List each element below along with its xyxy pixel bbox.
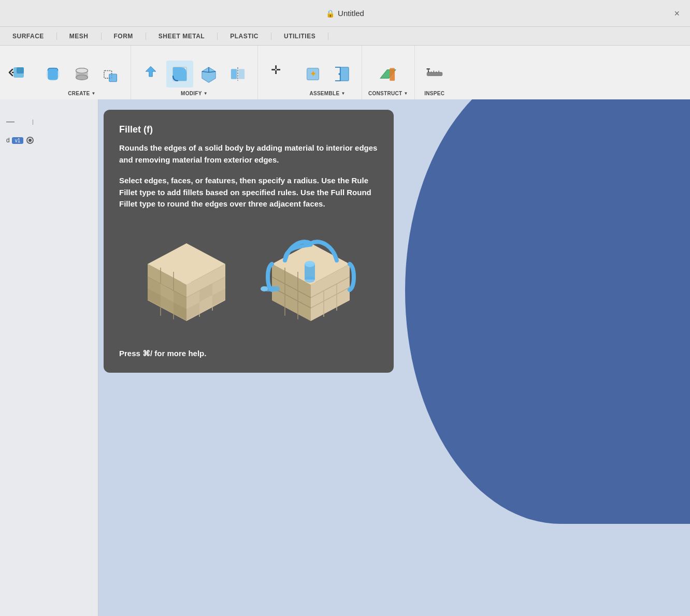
fillet-tooltip: Fillet (f) Rounds the edges of a solid b… [104, 110, 394, 373]
inspect-measure-button[interactable] [421, 61, 448, 87]
modify-icons [137, 61, 251, 87]
svg-rect-8 [109, 74, 117, 82]
svg-rect-11 [231, 69, 237, 79]
svg-point-6 [76, 68, 88, 74]
tooltip-title: Fillet (f) [119, 124, 378, 135]
create-icons [39, 61, 124, 87]
window-title: Untitled [338, 9, 364, 18]
inspect-group: INSPEC [415, 46, 454, 99]
title-bar: 🔒 Untitled × [0, 0, 690, 27]
viewport[interactable]: — | d v1 Fillet (f) Rounds the edges of … [0, 99, 690, 616]
nav-tabs-row: SURFACE MESH FORM SHEET METAL PLASTIC UT… [0, 27, 690, 46]
svg-text:✦: ✦ [310, 69, 317, 78]
version-badge: v1 [12, 137, 24, 144]
version-item[interactable]: d v1 [0, 135, 98, 146]
tab-plastic[interactable]: PLASTIC [218, 33, 271, 40]
viewport-bg-shape [405, 99, 690, 524]
svg-rect-20 [427, 72, 442, 76]
modify-shell-button[interactable] [195, 61, 222, 87]
construct-group: CONSTRUCT ▼ [362, 46, 415, 99]
tooltip-footer: Press ⌘/ for more help. [119, 349, 378, 358]
assemble-icons: ✦ [299, 61, 355, 87]
tab-surface[interactable]: SURFACE [0, 33, 57, 40]
lock-icon: 🔒 [326, 9, 335, 18]
svg-rect-1 [17, 67, 24, 74]
tooltip-description: Rounds the edges of a solid body by addi… [119, 142, 378, 166]
assemble-new-component-button[interactable]: ✦ [299, 61, 326, 87]
modify-fillet-button[interactable] [166, 61, 193, 87]
tooltip-image-before [130, 223, 243, 336]
inspect-label[interactable]: INSPEC [424, 91, 444, 96]
create-label[interactable]: CREATE ▼ [68, 91, 95, 96]
radio-button[interactable] [26, 137, 34, 144]
construct-label[interactable]: CONSTRUCT ▼ [368, 91, 408, 96]
inspect-icons [421, 61, 448, 87]
create-box-button[interactable] [39, 61, 66, 87]
left-panel-item: — | [0, 115, 98, 128]
tooltip-detail: Select edges, faces, or features, then s… [119, 175, 378, 210]
create-group: CREATE ▼ [33, 46, 131, 99]
tab-mesh[interactable]: MESH [57, 33, 102, 40]
tab-utilities[interactable]: UTILITIES [271, 33, 328, 40]
tooltip-images [119, 223, 378, 336]
svg-rect-17 [340, 67, 349, 81]
assemble-group: ✦ ASSEMBLE ▼ [293, 46, 362, 99]
move-button[interactable]: ✛ [262, 57, 289, 84]
svg-text:✛: ✛ [271, 63, 281, 77]
toolbar: SURFACE MESH FORM SHEET METAL PLASTIC UT… [0, 27, 690, 99]
nav-back-button[interactable] [4, 59, 31, 86]
svg-marker-9 [146, 66, 156, 77]
construct-plane-button[interactable] [375, 61, 401, 87]
assemble-joint-button[interactable] [328, 61, 355, 87]
assemble-label[interactable]: ASSEMBLE ▼ [309, 91, 345, 96]
toolbar-icons-row: CREATE ▼ [0, 46, 690, 99]
tooltip-image-after [254, 223, 368, 336]
modify-group: MODIFY ▼ [131, 46, 258, 99]
close-button[interactable]: × [674, 8, 680, 19]
svg-point-5 [76, 75, 88, 80]
tab-form[interactable]: FORM [102, 33, 146, 40]
construct-icons [375, 61, 401, 87]
svg-rect-19 [390, 68, 395, 81]
left-panel: — | d v1 [0, 99, 98, 616]
svg-point-18 [338, 73, 340, 75]
modify-label[interactable]: MODIFY ▼ [181, 91, 208, 96]
svg-rect-12 [239, 69, 245, 79]
svg-point-31 [261, 286, 268, 291]
create-cylinder-button[interactable] [68, 61, 95, 87]
create-scale-button[interactable] [97, 61, 124, 87]
modify-push-button[interactable] [137, 61, 164, 87]
modify-mirror-button[interactable] [224, 61, 251, 87]
tab-sheet-metal[interactable]: SHEET METAL [146, 33, 218, 40]
svg-point-29 [305, 261, 315, 267]
